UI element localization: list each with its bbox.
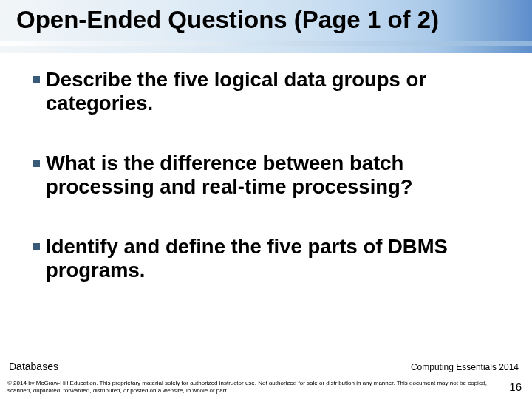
copyright-text: © 2014 by McGraw-Hill Education. This pr… — [7, 380, 488, 395]
slide: Open-Ended Questions (Page 1 of 2) Descr… — [0, 0, 532, 399]
footer-left-label: Databases — [9, 361, 58, 372]
square-bullet-icon — [33, 76, 40, 83]
question-text: Identify and define the five parts of DB… — [46, 235, 507, 283]
slide-title: Open-Ended Questions (Page 1 of 2) — [16, 6, 439, 34]
footer: Databases Computing Essentials 2014 © 20… — [0, 356, 532, 399]
header-accent — [0, 41, 532, 46]
list-item: Identify and define the five parts of DB… — [33, 235, 507, 283]
list-item: Describe the five logical data groups or… — [33, 68, 507, 116]
content-body: Describe the five logical data groups or… — [33, 68, 507, 318]
footer-right-label: Computing Essentials 2014 — [411, 362, 519, 372]
square-bullet-icon — [33, 243, 40, 250]
list-item: What is the difference between batch pro… — [33, 151, 507, 200]
square-bullet-icon — [33, 160, 40, 167]
question-text: What is the difference between batch pro… — [46, 151, 507, 200]
page-number: 16 — [509, 381, 522, 393]
question-text: Describe the five logical data groups or… — [46, 68, 507, 116]
